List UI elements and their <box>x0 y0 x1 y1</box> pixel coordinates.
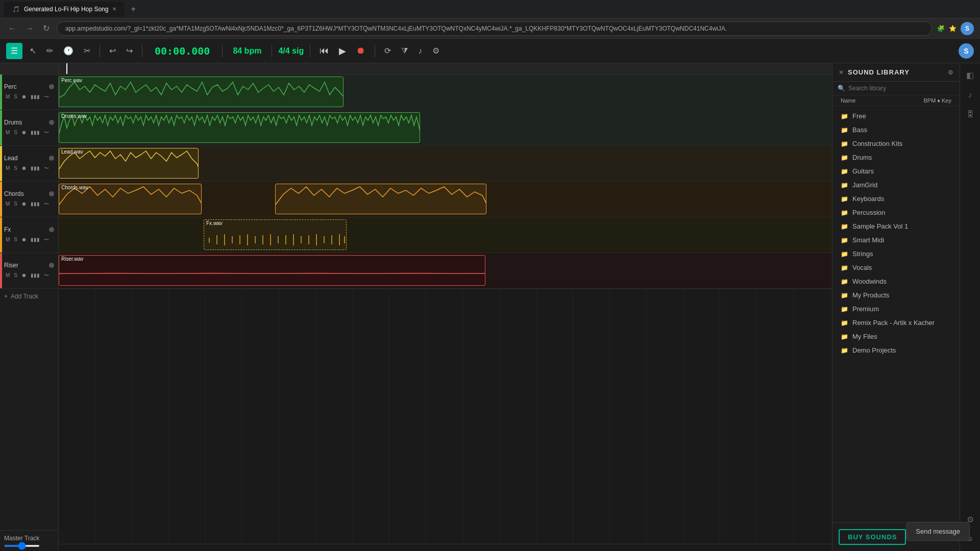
clip-chords-1[interactable]: Chords.wav <box>59 184 202 214</box>
library-item-sample-pack-vol-1[interactable]: 📁 Sample Pack Vol 1 <box>832 219 960 233</box>
mix-btn[interactable]: ⧩ <box>398 44 411 58</box>
lead-volume-knob[interactable] <box>49 156 54 161</box>
back-btn[interactable]: ← <box>6 22 18 35</box>
pencil-tool-btn[interactable]: ✏ <box>43 44 56 58</box>
library-item-remix-pack---artik-x-kacher[interactable]: 📁 Remix Pack - Artik x Kacher <box>832 316 960 330</box>
library-item-smart-midi[interactable]: 📁 Smart Midi <box>832 233 960 247</box>
library-item-bass[interactable]: 📁 Bass <box>832 123 960 137</box>
perc-vol-btn[interactable]: ▮▮▮ <box>29 93 41 101</box>
fx-volume-knob[interactable] <box>49 227 54 232</box>
library-item-keyboards[interactable]: 📁 Keyboards <box>832 192 960 206</box>
lead-vol-btn[interactable]: ▮▮▮ <box>29 164 41 172</box>
library-item-guitars[interactable]: 📁 Guitars <box>832 164 960 178</box>
chords-rec-btn[interactable]: ⏺ <box>20 200 28 208</box>
lead-rec-btn[interactable]: ⏺ <box>20 164 28 172</box>
record-btn[interactable]: ⏺ <box>353 43 369 58</box>
fx-m-btn[interactable]: M <box>4 236 11 243</box>
perc-volume-knob[interactable] <box>49 84 54 89</box>
midi-btn[interactable]: ♪ <box>415 44 425 58</box>
library-item-construction-kits[interactable]: 📁 Construction Kits <box>832 137 960 151</box>
drums-rec-btn[interactable]: ⏺ <box>20 129 28 136</box>
library-item-my-products[interactable]: 📁 My Products <box>832 288 960 302</box>
new-tab-btn[interactable]: + <box>127 5 139 14</box>
bpm-display[interactable]: 84 bpm <box>233 46 261 56</box>
library-item-demo-projects[interactable]: 📁 Demo Projects <box>832 343 960 357</box>
library-close-icon[interactable]: ✕ <box>839 69 844 76</box>
library-item-free[interactable]: 📁 Free <box>832 109 960 123</box>
drums-m-btn[interactable]: M <box>4 129 11 136</box>
bookmark-icon[interactable]: ⭐ <box>949 25 957 32</box>
riser-m-btn[interactable]: M <box>4 271 11 279</box>
menu-btn[interactable]: ☰ <box>6 43 22 59</box>
chords-m-btn[interactable]: M <box>4 200 11 208</box>
lead-s-btn[interactable]: S <box>12 164 19 172</box>
auto-btn[interactable]: ⚙ <box>429 44 443 58</box>
drums-volume-knob[interactable] <box>49 120 54 125</box>
sig-display[interactable]: 4/4 sig <box>278 46 304 56</box>
riser-rec-btn[interactable]: ⏺ <box>20 271 28 279</box>
chords-vol-btn[interactable]: ▮▮▮ <box>29 200 41 208</box>
lead-eq-btn[interactable]: 〜 <box>42 164 51 173</box>
library-item-my-files[interactable]: 📁 My Files <box>832 330 960 343</box>
library-item-jamgrid[interactable]: 📁 JamGrid <box>832 178 960 192</box>
fx-s-btn[interactable]: S <box>12 236 19 243</box>
user-profile-avatar[interactable]: S <box>959 43 974 59</box>
clip-chords-2[interactable] <box>275 184 486 214</box>
reload-btn[interactable]: ↻ <box>41 21 52 35</box>
send-message-btn[interactable]: Send message <box>906 522 970 541</box>
cut-tool-btn[interactable]: ✂ <box>81 44 93 58</box>
library-item-strings[interactable]: 📁 Strings <box>832 247 960 261</box>
fx-vol-btn[interactable]: ▮▮▮ <box>29 236 41 243</box>
back-transport-btn[interactable]: ⏮ <box>316 43 332 58</box>
loop-btn[interactable]: ⟳ <box>381 44 394 58</box>
clip-drums[interactable]: Drums.wav <box>59 112 420 143</box>
clip-riser[interactable]: Riser.wav <box>59 255 485 286</box>
perc-s-btn[interactable]: S <box>12 93 19 101</box>
perc-track-name: Perc <box>4 83 17 90</box>
riser-vol-btn[interactable]: ▮▮▮ <box>29 271 41 279</box>
redo-btn[interactable]: ↪ <box>123 44 136 58</box>
drums-s-btn[interactable]: S <box>12 129 19 136</box>
side-icon-3[interactable]: 🎛 <box>963 107 977 122</box>
clip-lead[interactable]: Lead.wav <box>59 148 199 179</box>
library-item-premium[interactable]: 📁 Premium <box>832 302 960 316</box>
play-btn[interactable]: ▶ <box>336 43 349 59</box>
bottom-scrollbar[interactable] <box>59 544 832 551</box>
chords-s-btn[interactable]: S <box>12 200 19 208</box>
perc-eq-btn[interactable]: 〜 <box>42 92 51 102</box>
perc-rec-btn[interactable]: ⏺ <box>20 93 28 101</box>
forward-btn[interactable]: → <box>23 22 36 35</box>
master-volume-slider[interactable] <box>4 545 40 547</box>
perc-m-btn[interactable]: M <box>4 93 11 101</box>
library-item-woodwinds[interactable]: 📁 Woodwinds <box>832 274 960 288</box>
library-search-input[interactable] <box>848 85 954 92</box>
address-input[interactable] <box>57 21 932 36</box>
library-item-drums[interactable]: 📁 Drums <box>832 151 960 164</box>
select-tool-btn[interactable]: ↖ <box>27 44 39 58</box>
undo-btn[interactable]: ↩ <box>106 44 119 58</box>
library-item-vocals[interactable]: 📁 Vocals <box>832 261 960 274</box>
active-tab[interactable]: 🎵 Generated Lo-Fi Hip Hop Song ✕ <box>4 2 125 17</box>
riser-eq-btn[interactable]: 〜 <box>42 271 51 280</box>
drums-vol-btn[interactable]: ▮▮▮ <box>29 129 41 136</box>
tab-close-btn[interactable]: ✕ <box>112 6 116 12</box>
library-settings-icon[interactable]: ⚙ <box>948 69 953 76</box>
chords-eq-btn[interactable]: 〜 <box>42 199 51 209</box>
library-item-percussion[interactable]: 📁 Percussion <box>832 206 960 219</box>
clip-fx[interactable]: Fx.wav <box>204 219 347 250</box>
side-icon-2[interactable]: ♪ <box>965 87 975 103</box>
drums-eq-btn[interactable]: 〜 <box>42 128 51 137</box>
add-track-row[interactable]: + Add Track <box>0 289 58 304</box>
riser-s-btn[interactable]: S <box>12 271 19 279</box>
user-avatar[interactable]: S <box>961 22 974 35</box>
lead-m-btn[interactable]: M <box>4 164 11 172</box>
buy-sounds-btn[interactable]: BUY SOUNDS <box>839 529 906 545</box>
clock-tool-btn[interactable]: 🕐 <box>60 44 77 58</box>
chords-volume-knob[interactable] <box>49 191 54 196</box>
riser-volume-knob[interactable] <box>49 263 54 268</box>
fx-eq-btn[interactable]: 〜 <box>42 235 51 244</box>
clip-perc[interactable]: Perc.wav <box>59 77 344 107</box>
side-icon-1[interactable]: ◧ <box>963 67 977 83</box>
fx-rec-btn[interactable]: ⏺ <box>20 236 28 243</box>
extensions-icon[interactable]: 🧩 <box>937 25 945 32</box>
